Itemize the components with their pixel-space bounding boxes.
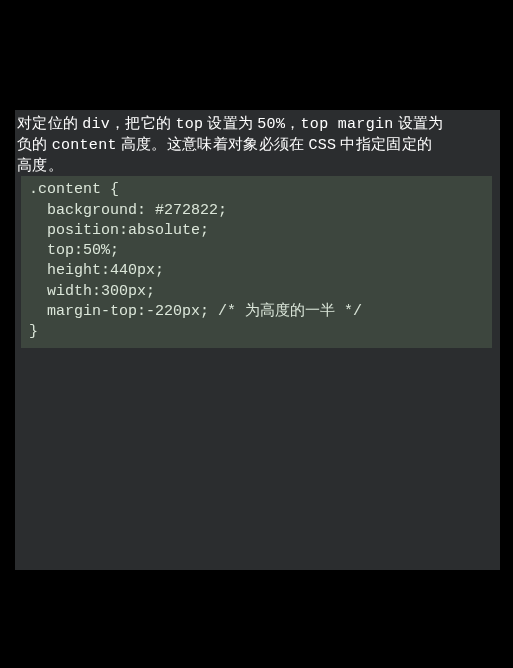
code-line-8: } bbox=[29, 323, 38, 340]
code-line-6: width:300px; bbox=[29, 283, 155, 300]
code-line-1: .content { bbox=[29, 181, 119, 198]
css-code-block: .content { background: #272822; position… bbox=[21, 176, 492, 348]
description-paragraph: 对定位的 div，把它的 top 设置为 50%，top margin 设置为 … bbox=[15, 110, 500, 174]
code-line-2: background: #272822; bbox=[29, 202, 227, 219]
para-line3: 高度。 bbox=[17, 157, 63, 173]
code-line-7: margin-top:-220px; /* 为高度的一半 */ bbox=[29, 303, 362, 320]
code-line-3: position:absolute; bbox=[29, 222, 209, 239]
para-line2: 负的 content 高度。这意味着对象必须在 CSS 中指定固定的 bbox=[17, 136, 432, 152]
code-line-5: height:440px; bbox=[29, 262, 164, 279]
content-panel: 对定位的 div，把它的 top 设置为 50%，top margin 设置为 … bbox=[15, 110, 500, 570]
para-line1: 对定位的 div，把它的 top 设置为 50%，top margin 设置为 bbox=[17, 115, 444, 131]
code-line-4: top:50%; bbox=[29, 242, 119, 259]
